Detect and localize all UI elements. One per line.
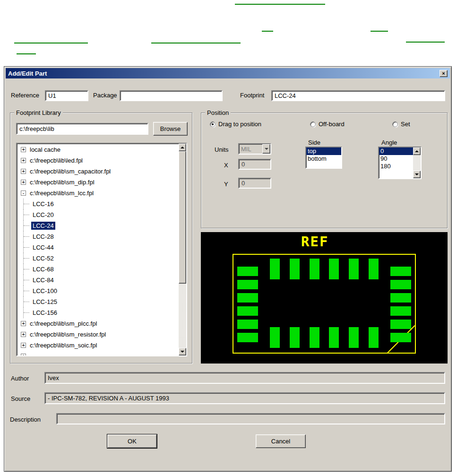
tree-item-c-freepcb-lib-sm-plcc-fpl[interactable]: +c:\freepcb\lib\sm_plcc.fpl	[17, 318, 179, 329]
pad	[237, 333, 258, 342]
expand-icon[interactable]: +	[21, 354, 26, 355]
close-icon: ×	[442, 71, 445, 76]
radio-drag-to-position[interactable]: Drag to position	[210, 121, 261, 128]
reference-value: U1	[48, 92, 56, 99]
tree-item-lcc-24[interactable]: LCC-24	[17, 220, 179, 231]
ok-button-label: OK	[128, 438, 137, 445]
tree-item-label: c:\freepcb\lib\sm_lcc.fpl	[28, 189, 95, 197]
pad	[329, 327, 339, 348]
tree-item[interactable]: +	[17, 351, 179, 355]
tree-item-c-freepcb-lib-sm-resistor-fpl[interactable]: +c:\freepcb\lib\sm_resistor.fpl	[17, 329, 179, 340]
reference-input[interactable]: U1	[45, 90, 88, 101]
tree-item-label: LCC-24	[31, 222, 55, 230]
description-label: Description	[10, 416, 41, 424]
y-input: 0	[238, 178, 271, 189]
footprint-tree[interactable]: +local cache+c:\freepcb\lib\led.fpl+c:\f…	[16, 143, 187, 356]
tree-item-lcc-16[interactable]: LCC-16	[17, 199, 179, 209]
tree-scrollbar[interactable]	[179, 144, 186, 355]
side-option-top[interactable]: top	[306, 147, 341, 155]
expand-icon[interactable]: +	[21, 180, 26, 185]
dialog-titlebar[interactable]: Add/Edit Part ×	[6, 68, 450, 78]
tree-item-label: LCC-16	[31, 200, 55, 208]
link-underline[interactable]	[14, 43, 88, 43]
close-button[interactable]: ×	[440, 70, 448, 77]
footprint-input[interactable]: LCC-24	[271, 90, 445, 101]
tree-item-lcc-52[interactable]: LCC-52	[17, 253, 179, 264]
cancel-button-label: Cancel	[271, 438, 290, 445]
angle-option-0[interactable]: 0	[379, 147, 413, 155]
package-label: Package	[93, 92, 117, 99]
link-underline[interactable]	[235, 4, 325, 5]
angle-list[interactable]: 090180	[378, 147, 422, 179]
tree-item-lcc-44[interactable]: LCC-44	[17, 242, 179, 253]
ok-button[interactable]: OK	[107, 434, 157, 448]
tree-item-c-freepcb-lib-sm-lcc-fpl[interactable]: -c:\freepcb\lib\sm_lcc.fpl	[17, 188, 179, 199]
angle-scrollbar[interactable]	[413, 147, 421, 178]
expand-icon[interactable]: +	[21, 343, 26, 348]
footprint-preview: REF	[201, 232, 448, 363]
tree-item-lcc-125[interactable]: LCC-125	[17, 296, 179, 307]
footprint-label: Footprint	[240, 92, 264, 99]
scroll-down-button[interactable]	[179, 348, 186, 355]
tree-item-lcc-28[interactable]: LCC-28	[17, 231, 179, 242]
author-field: Ivex	[44, 372, 445, 384]
link-underline[interactable]	[371, 31, 388, 32]
radio-label: Drag to position	[218, 121, 261, 128]
tree-item-c-freepcb-lib-sm-capacitor-fpl[interactable]: +c:\freepcb\lib\sm_capacitor.fpl	[17, 166, 179, 177]
tree-item-local-cache[interactable]: +local cache	[17, 144, 179, 155]
footprint-outline	[233, 254, 416, 354]
cancel-button[interactable]: Cancel	[256, 434, 306, 448]
tree-item-lcc-68[interactable]: LCC-68	[17, 264, 179, 275]
footprint-value: LCC-24	[275, 92, 296, 99]
units-combobox: MIL	[238, 143, 271, 155]
source-field: - IPC-SM-782, REVISION A - AUGUST 1993	[44, 392, 445, 404]
tree-connector	[24, 247, 29, 248]
link-underline[interactable]	[262, 31, 273, 32]
tree-item-lcc-84[interactable]: LCC-84	[17, 275, 179, 286]
tree-item-c-freepcb-lib-sm-soic-fpl[interactable]: +c:\freepcb\lib\sm_soic.fpl	[17, 340, 179, 351]
arrow-up-icon	[181, 147, 184, 148]
radio-icon	[392, 121, 398, 127]
side-list[interactable]: topbottom	[305, 147, 342, 169]
radio-off-board[interactable]: Off-board	[310, 121, 345, 128]
pad	[349, 327, 359, 348]
scroll-down-button[interactable]	[413, 171, 421, 178]
pad	[329, 259, 339, 279]
tree-item-lcc-156[interactable]: LCC-156	[17, 307, 179, 318]
link-underline[interactable]	[406, 42, 445, 43]
tree-item-c-freepcb-lib-led-fpl[interactable]: +c:\freepcb\lib\led.fpl	[17, 155, 179, 166]
library-path-input[interactable]: c:\freepcb\lib	[16, 123, 148, 135]
tree-item-lcc-20[interactable]: LCC-20	[17, 209, 179, 220]
source-value: - IPC-SM-782, REVISION A - AUGUST 1993	[48, 395, 169, 402]
tree-connector	[24, 269, 29, 269]
package-input[interactable]	[120, 90, 223, 101]
arrow-up-icon	[415, 150, 419, 152]
expand-icon[interactable]: +	[21, 169, 26, 174]
scroll-up-button[interactable]	[413, 147, 421, 155]
link-underline[interactable]	[17, 53, 36, 54]
scrollbar-thumb[interactable]	[179, 151, 186, 284]
angle-option-180[interactable]: 180	[379, 163, 413, 170]
expand-icon[interactable]: +	[21, 321, 26, 326]
expand-icon[interactable]: +	[21, 147, 26, 152]
tree-item-label: LCC-125	[31, 298, 59, 306]
pad	[290, 259, 300, 279]
tree-item-lcc-100[interactable]: LCC-100	[17, 286, 179, 296]
link-underline[interactable]	[151, 43, 241, 43]
radio-set[interactable]: Set	[392, 121, 410, 128]
browse-button[interactable]: Browse	[153, 122, 188, 136]
combo-dropdown-button	[262, 144, 270, 154]
collapse-icon[interactable]: -	[21, 190, 26, 196]
tree-item-c-freepcb-lib-sm-dip-fpl[interactable]: +c:\freepcb\lib\sm_dip.fpl	[17, 177, 179, 188]
side-option-bottom[interactable]: bottom	[306, 155, 341, 163]
position-group-label: Position	[205, 109, 231, 116]
scroll-up-button[interactable]	[179, 144, 186, 151]
angle-option-90[interactable]: 90	[379, 155, 413, 163]
expand-icon[interactable]: +	[21, 158, 26, 163]
tree-item-label: c:\freepcb\lib\sm_soic.fpl	[28, 341, 98, 349]
tree-item-label: local cache	[28, 146, 62, 154]
radio-label: Set	[401, 121, 410, 128]
expand-icon[interactable]: +	[21, 332, 26, 337]
ref-designator: REF	[301, 235, 328, 249]
tree-item-label: LCC-84	[31, 276, 55, 284]
